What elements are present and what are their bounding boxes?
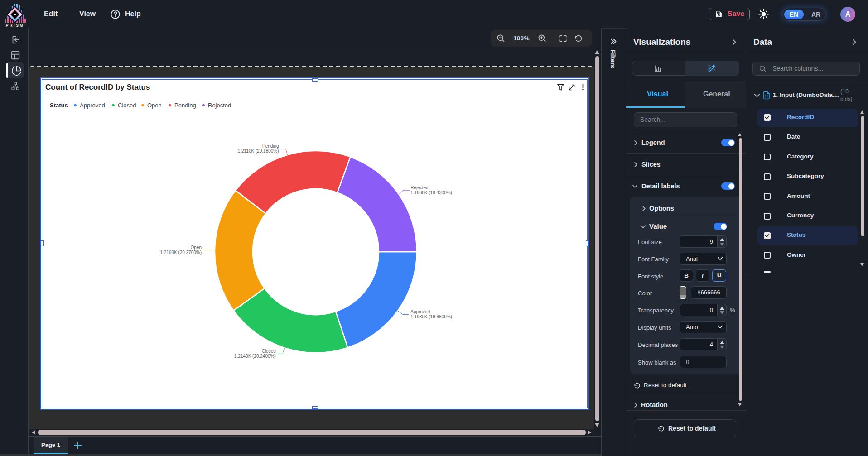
- svg-text:Rejected: Rejected: [410, 185, 428, 190]
- svg-text:Approved: Approved: [80, 102, 105, 109]
- svg-text:Rejected: Rejected: [208, 102, 231, 109]
- svg-text:Pending: Pending: [262, 144, 279, 149]
- svg-text:1.1930K (19.8800%): 1.1930K (19.8800%): [410, 314, 452, 319]
- svg-text:1.2110K (20.1800%): 1.2110K (20.1800%): [238, 149, 279, 154]
- svg-text:1.2140K (20.2400%): 1.2140K (20.2400%): [234, 354, 276, 359]
- svg-text:Count of RecordID by Status: Count of RecordID by Status: [45, 83, 150, 91]
- svg-text:Status: Status: [50, 102, 68, 109]
- svg-text:Closed: Closed: [118, 102, 136, 109]
- svg-text:Open: Open: [191, 245, 202, 250]
- svg-text:Closed: Closed: [262, 349, 276, 354]
- svg-text:1.1660K (19.4300%): 1.1660K (19.4300%): [410, 190, 452, 195]
- svg-text:Pending: Pending: [174, 102, 196, 109]
- svg-text:1.2160K (20.2700%): 1.2160K (20.2700%): [160, 250, 202, 255]
- svg-text:Open: Open: [147, 102, 162, 109]
- svg-text:Approved: Approved: [410, 309, 430, 314]
- svg-text:PRISM: PRISM: [5, 23, 24, 28]
